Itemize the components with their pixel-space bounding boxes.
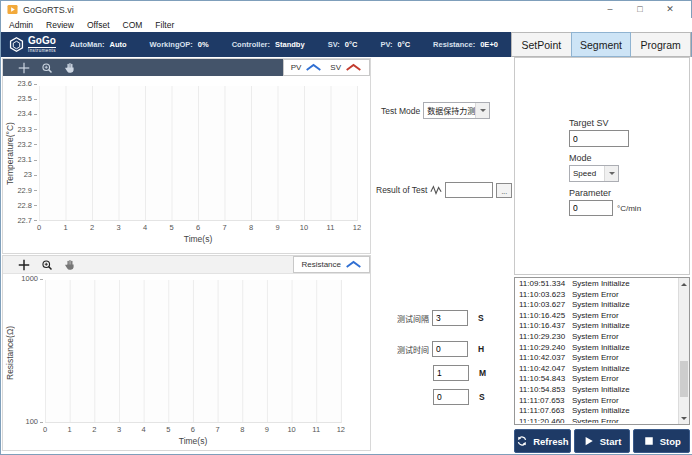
- zoom-icon[interactable]: [41, 259, 53, 271]
- scroll-down-icon[interactable]: [679, 413, 689, 424]
- log-scrollbar[interactable]: [678, 278, 689, 424]
- waveform-icon: [430, 184, 442, 196]
- event-log-rows: 11:09:51.334 System Initialize 11:10:03.…: [516, 279, 677, 423]
- top-strip: GoGo Instruments AutoMan: Auto WorkingOP…: [1, 32, 691, 57]
- x-tick: 1: [60, 223, 72, 232]
- log-entry[interactable]: 11:10:29.240 System Initialize: [516, 343, 677, 354]
- log-timestamp: 11:10:54.843: [519, 374, 566, 385]
- status-field-label: Resistance:: [433, 40, 475, 49]
- tab[interactable]: Program: [630, 32, 691, 57]
- duration-minutes-input[interactable]: [433, 365, 469, 381]
- log-entry[interactable]: 11:10:16.425 System Error: [516, 311, 677, 322]
- chart-legend: PV SV: [283, 59, 370, 76]
- menu-item[interactable]: Review: [46, 20, 74, 30]
- refresh-label: Refresh: [533, 436, 568, 447]
- close-button[interactable]: ✕: [655, 1, 685, 18]
- log-timestamp: 11:10:42.037: [519, 353, 566, 364]
- status-field-label: AutoMan:: [70, 40, 105, 49]
- log-entry[interactable]: 11:11:07.653 System Error: [516, 396, 677, 407]
- interval-input[interactable]: [432, 310, 468, 326]
- legend-label: Resistance: [301, 260, 341, 269]
- pan-hand-icon[interactable]: [64, 62, 76, 74]
- status-field: SV: 0°C: [328, 40, 358, 49]
- refresh-button[interactable]: Refresh: [514, 429, 571, 453]
- pan-hand-icon[interactable]: [64, 259, 76, 271]
- stop-button[interactable]: Stop: [633, 429, 690, 453]
- menu-item[interactable]: Filter: [155, 20, 174, 30]
- log-timestamp: 11:11:20.460: [519, 417, 566, 423]
- cursor-move-icon[interactable]: [18, 62, 30, 74]
- status-field-value: Standby: [275, 40, 305, 49]
- legend-item-sv[interactable]: SV: [330, 63, 362, 72]
- tab[interactable]: SetPoint: [511, 32, 572, 57]
- menu-item[interactable]: Offset: [87, 20, 110, 30]
- menu-item[interactable]: COM: [123, 20, 143, 30]
- start-button[interactable]: Start: [574, 429, 631, 453]
- status-field: Controller: Standby: [232, 40, 305, 49]
- interval-unit: S: [478, 313, 484, 323]
- tab-bar: SetPointSegmentProgram: [512, 32, 691, 57]
- status-toolbar: GoGo Instruments AutoMan: Auto WorkingOP…: [1, 32, 512, 57]
- parameter-input[interactable]: [569, 200, 613, 216]
- legend-item-pv[interactable]: PV: [291, 63, 323, 72]
- start-label: Start: [600, 436, 622, 447]
- log-message: System Error: [572, 311, 619, 322]
- y-tick: 23.1: [17, 156, 37, 164]
- x-tick: 11: [310, 425, 322, 434]
- temperature-chart-panel: PV SV Temperature(°C) 23.623.523.423.323…: [2, 58, 371, 254]
- scrollbar-thumb[interactable]: [680, 361, 688, 397]
- legend-label: PV: [291, 63, 302, 72]
- maximize-button[interactable]: □: [625, 1, 655, 18]
- chart-toolbar: Resistance: [3, 256, 370, 274]
- duration-hours-input[interactable]: [432, 341, 468, 357]
- log-entry[interactable]: 11:10:54.843 System Error: [516, 374, 677, 385]
- browse-button[interactable]: ...: [496, 183, 512, 198]
- log-entry[interactable]: 11:09:51.334 System Initialize: [516, 279, 677, 290]
- log-timestamp: 11:10:29.230: [519, 332, 566, 343]
- x-tick: 2: [88, 425, 100, 434]
- log-entry[interactable]: 11:10:03.623 System Error: [516, 290, 677, 301]
- duration-seconds-row: S: [397, 389, 485, 405]
- log-timestamp: 11:10:03.623: [519, 290, 566, 301]
- log-timestamp: 11:10:03.627: [519, 300, 566, 311]
- log-message: System Error: [572, 374, 619, 385]
- log-entry[interactable]: 11:10:42.047 System Initialize: [516, 364, 677, 375]
- scroll-up-icon[interactable]: [679, 278, 689, 289]
- temperature-plot-area[interactable]: [39, 86, 358, 221]
- gogo-logo-icon: [8, 36, 25, 53]
- tab[interactable]: Segment: [571, 32, 632, 57]
- target-sv-input[interactable]: [569, 130, 629, 147]
- resistance-plot-area[interactable]: [45, 280, 342, 423]
- result-input[interactable]: [445, 182, 493, 198]
- duration-minutes-row: M: [397, 365, 486, 381]
- brand-name: GoGo: [28, 36, 56, 48]
- x-tick: 3: [113, 425, 125, 434]
- log-entry[interactable]: 11:11:20.460 System Error: [516, 417, 677, 423]
- test-mode-label: Test Mode: [381, 106, 420, 116]
- y-tick: 23.4: [17, 110, 37, 118]
- minimize-button[interactable]: –: [595, 1, 625, 18]
- test-mode-select[interactable]: 数据保持力测试: [423, 102, 490, 119]
- log-entry[interactable]: 11:10:42.037 System Error: [516, 353, 677, 364]
- legend-item-resistance[interactable]: Resistance: [301, 260, 362, 269]
- log-message: System Error: [572, 353, 619, 364]
- y-tick: 23.3: [17, 126, 37, 134]
- log-message: System Initialize: [572, 321, 630, 332]
- log-entry[interactable]: 11:11:07.663 System Initialize: [516, 406, 677, 417]
- zoom-icon[interactable]: [41, 62, 53, 74]
- duration-seconds-input[interactable]: [433, 389, 469, 405]
- x-tick: 4: [139, 223, 151, 232]
- log-message: System Error: [572, 396, 619, 407]
- menu-item[interactable]: Admin: [9, 20, 33, 30]
- mode-select[interactable]: Speed: [569, 165, 619, 182]
- parameter-label: Parameter: [569, 188, 611, 198]
- log-entry[interactable]: 11:10:03.627 System Initialize: [516, 300, 677, 311]
- x-tick: 1: [64, 425, 76, 434]
- duration-hours-row: 测试时间 H: [397, 341, 484, 357]
- cursor-move-icon[interactable]: [18, 259, 30, 271]
- x-tick: 9: [272, 223, 284, 232]
- status-field-value: 0°C: [397, 40, 410, 49]
- log-entry[interactable]: 11:10:54.853 System Initialize: [516, 385, 677, 396]
- log-entry[interactable]: 11:10:29.230 System Error: [516, 332, 677, 343]
- log-entry[interactable]: 11:10:16.437 System Initialize: [516, 321, 677, 332]
